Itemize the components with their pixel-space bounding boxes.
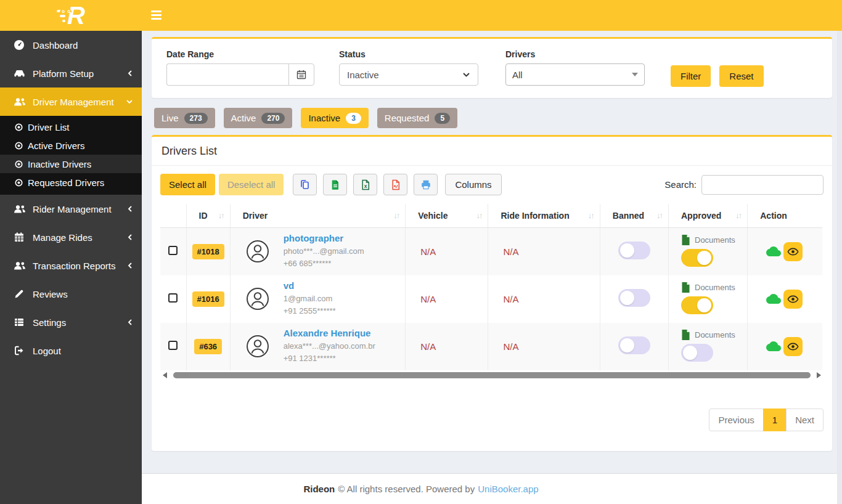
pdf-icon xyxy=(390,179,401,190)
app-logo[interactable]: R xyxy=(57,3,85,28)
banned-toggle[interactable] xyxy=(618,289,650,307)
tab-label: Inactive xyxy=(308,113,340,123)
tab-count-badge: 273 xyxy=(184,113,208,124)
sidebar-item-platform-setup[interactable]: Platform Setup xyxy=(0,59,142,87)
banned-toggle[interactable] xyxy=(618,336,650,354)
csv-export-button[interactable] xyxy=(323,174,347,195)
header-id[interactable]: ↓↑ID xyxy=(186,204,230,228)
date-range-label: Date Range xyxy=(166,49,314,59)
page-scrollbar[interactable] xyxy=(837,31,842,504)
sidebar-item-label: Dashboard xyxy=(33,40,78,51)
status-select[interactable]: Inactive xyxy=(339,63,478,86)
tab-live[interactable]: Live 273 xyxy=(154,108,215,128)
sort-icon[interactable]: ↓↑ xyxy=(656,211,662,220)
pagination-next[interactable]: Next xyxy=(786,408,824,431)
sidebar-item-transaction-reports[interactable]: Transaction Reports xyxy=(0,251,142,280)
scrollbar-thumb[interactable] xyxy=(173,372,811,378)
view-driver-button[interactable] xyxy=(783,242,803,261)
sort-icon[interactable]: ↓↑ xyxy=(588,211,594,220)
sidebar-subitem-active-drivers[interactable]: Active Drivers xyxy=(0,136,142,155)
document-icon xyxy=(681,282,690,293)
sidebar-item-logout[interactable]: Logout xyxy=(0,336,142,365)
cloud-icon[interactable] xyxy=(766,341,781,351)
sidebar-item-dashboard[interactable]: Dashboard xyxy=(0,31,142,59)
users-icon xyxy=(14,261,27,270)
chevron-down-icon xyxy=(462,72,470,78)
chevron-left-icon xyxy=(127,262,133,269)
cloud-icon[interactable] xyxy=(766,246,781,256)
approved-toggle[interactable] xyxy=(681,296,713,314)
deselect-all-button[interactable]: Deselect all xyxy=(219,174,284,195)
print-button[interactable] xyxy=(414,174,438,195)
view-driver-button[interactable] xyxy=(783,337,803,356)
tab-requested[interactable]: Requested 5 xyxy=(377,108,457,128)
sidebar-subitem-requested-drivers[interactable]: Requested Drivers xyxy=(0,173,142,192)
header-banned[interactable]: ↓↑Banned xyxy=(600,204,668,228)
driver-phone: +66 685****** xyxy=(284,259,332,268)
header-checkbox-column xyxy=(160,204,186,228)
search-input[interactable] xyxy=(701,175,824,195)
documents-label[interactable]: Documents xyxy=(695,235,735,245)
columns-button[interactable]: Columns xyxy=(445,174,501,195)
pdf-export-button[interactable] xyxy=(383,174,407,195)
header-vehicle[interactable]: ↓↑Vehicle xyxy=(406,204,488,228)
sidebar-item-label: Reviews xyxy=(33,289,68,299)
header-ride-information[interactable]: ↓↑Ride Information xyxy=(488,204,600,228)
sidebar-item-settings[interactable]: Settings xyxy=(0,308,142,336)
copy-export-button[interactable] xyxy=(293,174,317,195)
driver-name-link[interactable]: vd xyxy=(284,280,336,291)
driver-management-submenu: Driver List Active Drivers Inactive Driv… xyxy=(0,116,142,195)
sidebar-item-rider-management[interactable]: Rider Management xyxy=(0,195,142,223)
driver-phone: +91 1231****** xyxy=(284,354,336,363)
drivers-select[interactable]: All xyxy=(505,63,645,86)
excel-export-button[interactable]: x xyxy=(353,174,377,195)
header-driver[interactable]: ↓↑Driver xyxy=(230,204,406,228)
sort-icon[interactable]: ↓↑ xyxy=(735,211,741,220)
documents-label[interactable]: Documents xyxy=(695,330,735,339)
reset-button[interactable]: Reset xyxy=(719,65,763,87)
driver-name-link[interactable]: photographer xyxy=(284,233,364,243)
circle-dot-icon xyxy=(15,123,23,131)
sidebar-subitem-label: Driver List xyxy=(28,122,70,132)
row-checkbox[interactable] xyxy=(168,341,178,350)
select-all-button[interactable]: Select all xyxy=(160,174,215,195)
view-driver-button[interactable] xyxy=(783,290,803,309)
sidebar-item-manage-rides[interactable]: Manage Rides xyxy=(0,223,142,251)
documents-label[interactable]: Documents xyxy=(695,283,735,292)
pagination-page-1[interactable]: 1 xyxy=(763,408,787,431)
footer-link[interactable]: UniBooker.app xyxy=(478,484,538,494)
cloud-icon[interactable] xyxy=(766,294,781,304)
sidebar-subitem-inactive-drivers[interactable]: Inactive Drivers xyxy=(0,155,142,173)
row-checkbox[interactable] xyxy=(168,293,178,303)
document-icon xyxy=(681,234,690,246)
approved-toggle[interactable] xyxy=(681,344,713,362)
sidebar-subitem-driver-list[interactable]: Driver List xyxy=(0,118,142,136)
filter-button[interactable]: Filter xyxy=(671,65,711,87)
hamburger-menu-icon[interactable] xyxy=(151,10,161,22)
scroll-right-arrow-icon[interactable] xyxy=(817,372,821,378)
sort-icon[interactable]: ↓↑ xyxy=(476,211,481,220)
pagination-previous[interactable]: Previous xyxy=(709,408,763,431)
header-approved[interactable]: ↓↑Approved xyxy=(669,204,748,228)
header-action: Action xyxy=(748,204,822,228)
approved-toggle[interactable] xyxy=(681,249,713,267)
row-checkbox[interactable] xyxy=(168,246,178,255)
document-icon xyxy=(681,329,690,341)
banned-toggle[interactable] xyxy=(618,242,650,259)
list-icon xyxy=(14,317,27,328)
horizontal-scrollbar[interactable] xyxy=(160,370,824,380)
calendar-addon-button[interactable] xyxy=(288,63,314,86)
scroll-left-arrow-icon[interactable] xyxy=(163,372,167,378)
footer-brand: Rideon xyxy=(303,484,335,494)
table-row: #636 Alexandre Henrique alexa***...@yaho… xyxy=(160,323,822,370)
users-icon xyxy=(14,204,27,214)
sidebar-item-reviews[interactable]: Reviews xyxy=(0,280,142,308)
sidebar-item-driver-management[interactable]: Driver Management xyxy=(0,87,142,116)
date-range-input[interactable] xyxy=(166,63,288,86)
sort-icon[interactable]: ↓↑ xyxy=(393,211,399,220)
tab-inactive[interactable]: Inactive 3 xyxy=(301,108,368,128)
driver-name-link[interactable]: Alexandre Henrique xyxy=(284,328,375,338)
top-header xyxy=(142,0,842,31)
sort-icon[interactable]: ↓↑ xyxy=(218,211,224,220)
tab-active[interactable]: Active 270 xyxy=(224,108,293,128)
